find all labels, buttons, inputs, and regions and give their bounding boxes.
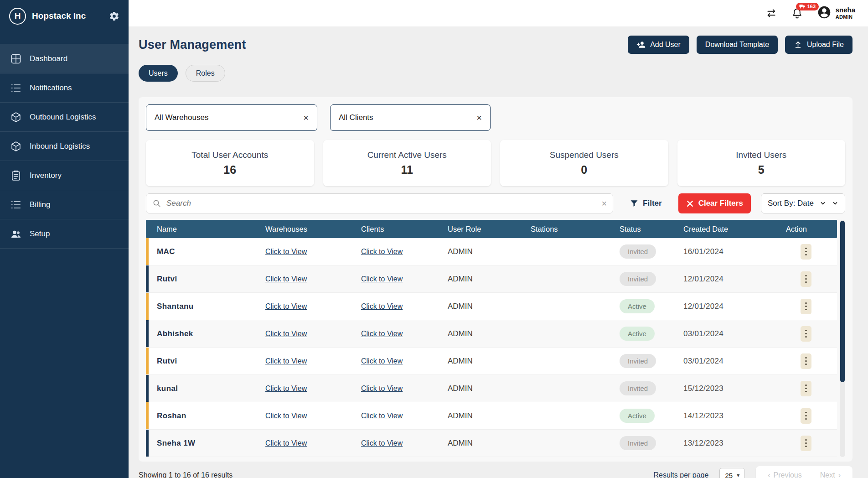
notifications-bell: 163 [791, 7, 803, 20]
warehouses-link[interactable]: Click to View [265, 330, 307, 338]
column-header-user-role: User Role [447, 225, 530, 234]
switch-account-icon[interactable] [765, 7, 777, 19]
row-accent [146, 238, 149, 265]
clients-link[interactable]: Click to View [361, 275, 403, 283]
stat-value: 5 [758, 163, 765, 177]
next-page-button[interactable]: Next › [817, 471, 843, 478]
row-actions-button[interactable] [801, 436, 811, 451]
search-toolbar: × Filter Clear Filters Sort By: Date [146, 193, 845, 213]
warehouses-link[interactable]: Click to View [265, 248, 307, 255]
warehouses-link[interactable]: Click to View [265, 412, 307, 420]
row-actions-button[interactable] [801, 299, 811, 314]
user-role-cell: ADMIN [447, 357, 530, 366]
download-template-label: Download Template [705, 41, 769, 49]
add-user-button[interactable]: Add User [628, 36, 689, 54]
sidebar-item-setup[interactable]: Setup [0, 219, 129, 249]
upload-file-label: Upload File [807, 41, 844, 49]
row-actions-button[interactable] [801, 381, 811, 396]
warehouse-filter-dropdown[interactable]: All Warehouses × [146, 104, 317, 131]
status-badge: Invited [620, 272, 656, 286]
warehouses-link[interactable]: Click to View [265, 439, 307, 447]
column-header-name: Name [146, 225, 264, 234]
sort-by-dropdown[interactable]: Sort By: Date [761, 193, 845, 213]
table-scrollbar-track[interactable] [840, 220, 845, 457]
row-accent [146, 348, 149, 374]
column-header-warehouses: Warehouses [264, 225, 360, 234]
status-badge: Active [620, 299, 655, 313]
clients-link[interactable]: Click to View [361, 330, 403, 338]
client-filter-dropdown[interactable]: All Clients × [330, 104, 491, 131]
user-role-label: ADMIN [836, 14, 855, 20]
warehouses-link[interactable]: Click to View [265, 384, 307, 392]
warehouses-link[interactable]: Click to View [265, 357, 307, 365]
user-role-cell: ADMIN [447, 329, 530, 338]
clients-link[interactable]: Click to View [361, 302, 403, 310]
user-role-cell: ADMIN [447, 247, 530, 256]
notification-count: 163 [807, 4, 816, 9]
sidebar-item-billing[interactable]: Billing [0, 190, 129, 219]
chevron-right-icon: › [838, 471, 841, 478]
clients-link[interactable]: Click to View [361, 357, 403, 365]
clients-link[interactable]: Click to View [361, 439, 403, 447]
row-actions-button[interactable] [801, 271, 811, 287]
tab-roles[interactable]: Roles [186, 65, 225, 82]
upload-file-button[interactable]: Upload File [785, 36, 852, 54]
user-name-cell: Rutvi [146, 357, 264, 366]
table-body: MAC Click to View Click to View ADMIN In… [146, 238, 837, 457]
stat-label: Current Active Users [367, 150, 447, 160]
clear-x-icon [686, 200, 694, 208]
notification-count-badge: 163 [796, 3, 819, 10]
clients-link[interactable]: Click to View [361, 248, 403, 255]
brand-logo: H [9, 8, 26, 25]
sidebar-item-notifications[interactable]: Notifications [0, 73, 129, 103]
user-name-cell: Sneha 1W [146, 439, 264, 448]
row-accent [146, 375, 149, 402]
sidebar-item-dashboard[interactable]: Dashboard [0, 44, 129, 73]
table-header: Name Warehouses Clients User Role Statio… [146, 220, 837, 238]
clear-client-icon[interactable]: × [476, 113, 482, 122]
user-name-cell: Roshan [146, 411, 264, 421]
clear-filters-button[interactable]: Clear Filters [678, 193, 751, 213]
user-name-cell: kunal [146, 384, 264, 393]
results-summary: Showing 1 to 16 of 16 results [139, 471, 232, 478]
warehouses-link[interactable]: Click to View [265, 302, 307, 310]
previous-label: Previous [774, 471, 802, 478]
sidebar-nav: Dashboard Notifications Outbound Logisti… [0, 44, 129, 249]
filter-button[interactable]: Filter [623, 193, 668, 213]
add-user-label: Add User [650, 41, 681, 49]
inbound-logistics-icon [10, 140, 22, 152]
tab-users[interactable]: Users [139, 65, 178, 82]
status-badge: Invited [620, 436, 656, 450]
previous-page-button[interactable]: ‹ Previous [765, 471, 805, 478]
user-name-label: sneha [836, 6, 855, 14]
pager: ‹ Previous Next › [756, 466, 852, 478]
billing-icon [10, 199, 22, 211]
page-size-value: 25 [725, 472, 733, 478]
search-input[interactable] [146, 193, 613, 213]
user-name-cell: Rutvi [146, 275, 264, 284]
download-template-button[interactable]: Download Template [697, 36, 778, 54]
sidebar-item-inventory[interactable]: Inventory [0, 161, 129, 190]
user-menu[interactable]: sneha ADMIN [817, 5, 855, 21]
settings-gear-icon[interactable] [109, 11, 119, 21]
clear-warehouse-icon[interactable]: × [303, 113, 309, 122]
row-actions-button[interactable] [801, 244, 811, 260]
page-size-select[interactable]: 25 ▾ [719, 468, 745, 478]
row-actions-button[interactable] [801, 326, 811, 342]
clients-link[interactable]: Click to View [361, 412, 403, 420]
clients-link[interactable]: Click to View [361, 384, 403, 392]
created-date-cell: 16/01/2024 [682, 247, 785, 256]
sidebar-item-label: Inbound Logistics [30, 142, 90, 151]
created-date-cell: 12/01/2024 [682, 302, 785, 311]
stat-label: Invited Users [736, 150, 786, 160]
sort-by-label: Sort By: Date [768, 199, 814, 208]
search-clear-icon[interactable]: × [601, 199, 607, 208]
row-actions-button[interactable] [801, 353, 811, 369]
row-actions-button[interactable] [801, 408, 811, 424]
table-scrollbar-thumb[interactable] [840, 221, 845, 382]
sidebar-item-outbound-logistics[interactable]: Outbound Logistics [0, 103, 129, 132]
sidebar-item-inbound-logistics[interactable]: Inbound Logistics [0, 132, 129, 161]
topbar: 163 sneha ADMIN [129, 0, 868, 26]
warehouses-link[interactable]: Click to View [265, 275, 307, 283]
status-badge: Invited [620, 381, 656, 395]
